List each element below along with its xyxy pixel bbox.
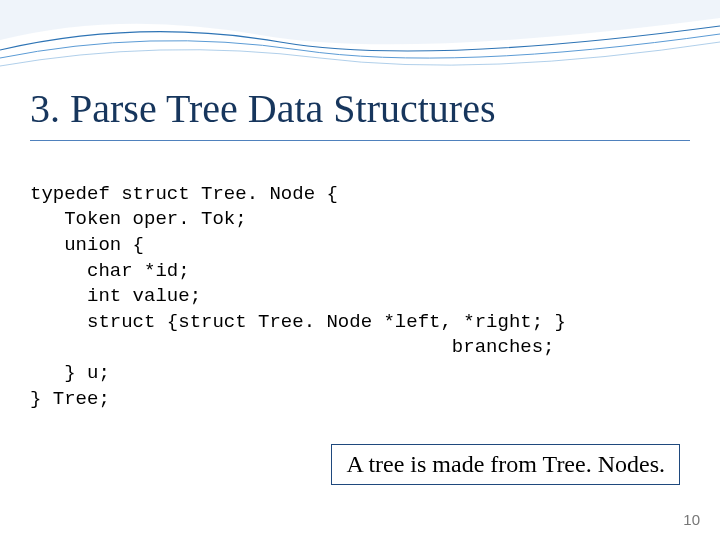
code-line: union {: [30, 234, 144, 256]
code-line: int value;: [30, 285, 201, 307]
code-line: struct {struct Tree. Node *left, *right;…: [30, 311, 566, 333]
page-number: 10: [683, 511, 700, 528]
code-block: typedef struct Tree. Node { Token oper. …: [0, 156, 720, 412]
code-line: char *id;: [30, 260, 190, 282]
code-line: typedef struct Tree. Node {: [30, 183, 338, 205]
code-line: } u;: [30, 362, 110, 384]
title-underline: [30, 140, 690, 141]
callout-box: A tree is made from Tree. Nodes.: [331, 444, 680, 485]
code-line: Token oper. Tok;: [30, 208, 247, 230]
code-line: branches;: [30, 336, 555, 358]
slide-title: 3. Parse Tree Data Structures: [0, 0, 720, 140]
code-line: } Tree;: [30, 388, 110, 410]
